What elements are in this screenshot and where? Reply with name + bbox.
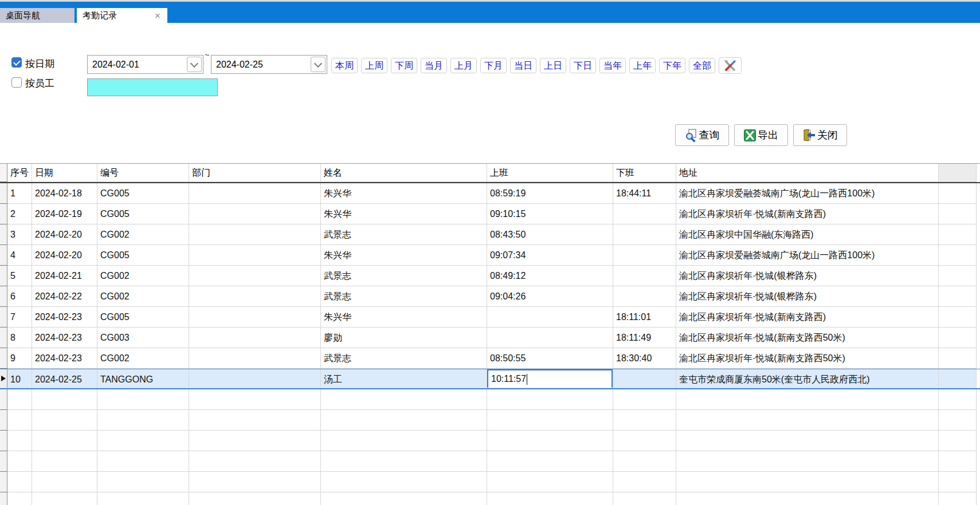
tab-desktop-navigation[interactable]: 桌面导航 [0, 8, 75, 23]
cell-no[interactable] [7, 451, 32, 472]
column-header-date[interactable]: 日期 [32, 164, 97, 182]
cell-clock-out[interactable] [613, 410, 676, 431]
cell-no[interactable] [7, 492, 32, 505]
cell-code[interactable] [97, 451, 189, 472]
table-row[interactable] [0, 389, 980, 410]
cell-dept[interactable] [189, 245, 321, 266]
by-date-checkbox[interactable] [11, 57, 22, 68]
cell-address[interactable]: 渝北区冉家坝祈年·悦城(新南支路西50米) [676, 328, 939, 348]
cell-date[interactable]: 2024-02-20 [32, 224, 97, 245]
row-selector-cell[interactable] [0, 492, 7, 505]
cell-extra[interactable] [939, 410, 977, 431]
cell-dept[interactable] [189, 286, 321, 307]
cell-dept[interactable] [189, 307, 321, 328]
row-selector-cell[interactable] [0, 328, 7, 348]
column-header-clock-out[interactable]: 下班 [613, 164, 676, 182]
close-button[interactable]: 关闭 [793, 124, 847, 146]
cell-no[interactable]: 7 [7, 307, 32, 328]
cell-code[interactable]: CG002 [97, 224, 189, 245]
cell-code[interactable]: CG002 [97, 266, 189, 286]
cell-clock-in[interactable]: 08:59:19 [487, 183, 613, 204]
cell-address[interactable]: 渝北区冉家坝祈年·悦城(银桦路东) [676, 286, 939, 307]
quick-range-all[interactable]: 全部 [689, 58, 715, 73]
cell-dept[interactable] [189, 266, 321, 286]
cell-address[interactable]: 渝北区冉家坝爱融荟城南广场(龙山一路西100米) [676, 183, 939, 204]
cell-clock-in[interactable] [487, 389, 613, 410]
cell-date[interactable] [32, 410, 97, 431]
cell-name[interactable] [321, 492, 487, 505]
chevron-down-icon[interactable] [187, 57, 202, 72]
employee-input[interactable] [87, 78, 218, 96]
cell-dept[interactable] [189, 183, 321, 204]
cell-code[interactable]: CG005 [97, 204, 189, 224]
cell-address[interactable]: 渝北区冉家坝祈年·悦城(新南支路西) [676, 204, 939, 224]
cell-code[interactable] [97, 492, 189, 505]
cell-dept[interactable] [189, 204, 321, 224]
cell-extra[interactable] [939, 266, 977, 286]
cell-date[interactable] [32, 472, 97, 492]
table-row[interactable] [0, 431, 980, 451]
row-selector-cell[interactable] [0, 431, 7, 451]
cell-name[interactable]: 武景志 [321, 224, 487, 245]
cell-address[interactable]: 渝北区冉家坝祈年·悦城(新南支路西50米) [676, 348, 939, 369]
cell-clock-in[interactable] [487, 472, 613, 492]
cell-extra[interactable] [939, 431, 977, 451]
cell-extra[interactable] [939, 286, 977, 307]
quick-range-last-month[interactable]: 上月 [450, 58, 477, 73]
cell-name[interactable]: 朱兴华 [321, 183, 487, 204]
table-row[interactable]: 7 2024-02-23 CG005 朱兴华 18:11:01 渝北区冉家坝祈年… [0, 307, 980, 328]
cell-clock-out[interactable] [613, 266, 676, 286]
cell-code[interactable] [97, 431, 189, 451]
column-header-no[interactable]: 序号 [7, 164, 32, 182]
cell-no[interactable]: 1 [7, 183, 32, 204]
cell-no[interactable]: 10 [7, 369, 32, 388]
cell-clock-out[interactable] [613, 245, 676, 266]
quick-range-next-month[interactable]: 下月 [480, 58, 507, 73]
cell-no[interactable]: 5 [7, 266, 32, 286]
quick-range-this-year[interactable]: 当年 [599, 58, 626, 73]
table-row[interactable] [0, 472, 980, 492]
cell-address[interactable]: 渝北区冉家坝中国华融(东海路西) [676, 224, 939, 245]
export-button[interactable]: 导出 [734, 124, 788, 146]
cell-name[interactable] [321, 431, 487, 451]
cell-clock-in[interactable]: 08:43:50 [487, 224, 613, 245]
cell-name[interactable]: 廖勋 [321, 328, 487, 348]
cell-clock-in[interactable]: 09:04:26 [487, 286, 613, 307]
table-row[interactable]: 3 2024-02-20 CG002 武景志 08:43:50 渝北区冉家坝中国… [0, 224, 980, 245]
cell-clock-out[interactable] [613, 389, 676, 410]
cell-no[interactable]: 4 [7, 245, 32, 266]
query-button[interactable]: 查询 [675, 124, 729, 146]
column-header-name[interactable]: 姓名 [321, 164, 487, 182]
cell-clock-in[interactable]: 10:11:57 [487, 369, 613, 388]
cell-date[interactable]: 2024-02-18 [32, 183, 97, 204]
cell-dept[interactable] [189, 410, 321, 431]
cell-address[interactable] [676, 451, 939, 472]
quick-range-prev-day[interactable]: 上日 [540, 58, 566, 73]
cell-clock-out[interactable] [613, 431, 676, 451]
cell-no[interactable]: 2 [7, 204, 32, 224]
cell-dept[interactable] [189, 431, 321, 451]
cell-code[interactable] [97, 389, 189, 410]
cell-clock-in[interactable]: 09:07:34 [487, 245, 613, 266]
cell-clock-out[interactable] [613, 492, 676, 505]
cell-extra[interactable] [939, 245, 977, 266]
cell-clock-in[interactable] [487, 410, 613, 431]
row-selector-header[interactable] [0, 164, 7, 182]
cell-clock-in[interactable]: 09:10:15 [487, 204, 613, 224]
row-selector-cell[interactable] [0, 224, 7, 245]
row-selector-cell[interactable] [0, 472, 7, 492]
cell-clock-out[interactable]: 18:11:49 [613, 328, 676, 348]
cell-clock-out[interactable]: 18:30:40 [613, 348, 676, 369]
cell-clock-out[interactable] [613, 204, 676, 224]
row-selector-cell[interactable] [0, 410, 7, 431]
quick-range-this-month[interactable]: 当月 [421, 58, 447, 73]
cell-date[interactable]: 2024-02-23 [32, 328, 97, 348]
table-row[interactable]: 4 2024-02-20 CG005 朱兴华 09:07:34 渝北区冉家坝爱融… [0, 245, 980, 266]
cell-address[interactable] [676, 431, 939, 451]
cell-clock-out[interactable] [613, 451, 676, 472]
cell-date[interactable]: 2024-02-22 [32, 286, 97, 307]
cell-code[interactable]: CG005 [97, 183, 189, 204]
cell-dept[interactable] [189, 451, 321, 472]
cell-clock-out[interactable]: 18:44:11 [613, 183, 676, 204]
cell-dept[interactable] [189, 348, 321, 369]
